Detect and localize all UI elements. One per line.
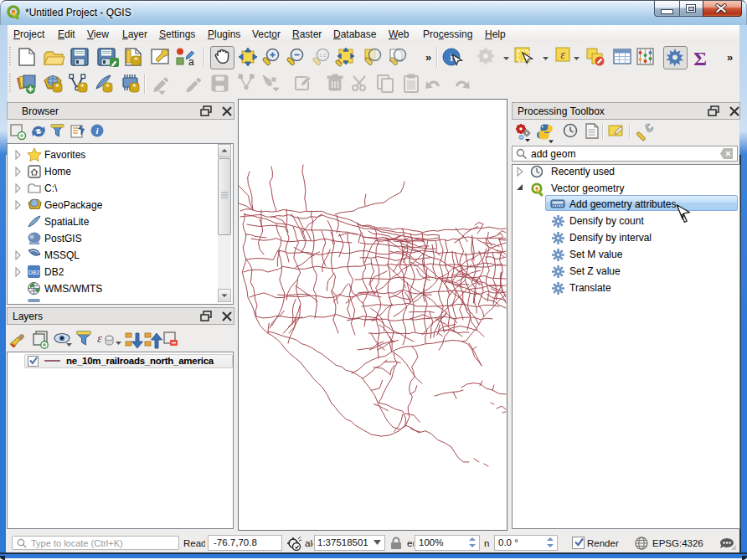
svg-text:a: a [188, 56, 194, 68]
svg-text:Σ: Σ [693, 48, 707, 69]
svg-text:MSSQL: MSSQL [44, 249, 80, 261]
svg-text:Densify by count: Densify by count [569, 215, 644, 227]
svg-text:ε: ε [97, 331, 102, 345]
svg-text:Add geometry attributes: Add geometry attributes [569, 198, 676, 210]
svg-text:Vector geometry: Vector geometry [551, 182, 624, 194]
svg-text:»: » [425, 51, 431, 64]
svg-text:ε: ε [560, 49, 565, 61]
svg-text:DB2: DB2 [28, 270, 40, 275]
svg-text:Translate: Translate [569, 282, 611, 294]
svg-text:Densify by interval: Densify by interval [569, 232, 652, 244]
svg-text:1:1: 1:1 [319, 53, 327, 58]
svg-text:C:\: C:\ [44, 182, 58, 194]
svg-text:Home: Home [44, 166, 71, 177]
svg-text:DB2: DB2 [44, 266, 64, 278]
svg-text:Recently used: Recently used [551, 166, 615, 177]
svg-text:GeoPackage: GeoPackage [44, 199, 103, 211]
svg-text:i: i [450, 51, 453, 64]
svg-text:WMS/WMTS: WMS/WMTS [44, 283, 102, 295]
svg-text:Set Z value: Set Z value [569, 265, 621, 277]
svg-text:Set M value: Set M value [569, 249, 623, 260]
svg-text:SpatiaLite: SpatiaLite [44, 216, 90, 228]
svg-text:Favorites: Favorites [44, 149, 85, 161]
svg-text:»: » [727, 51, 733, 64]
svg-text:PostGIS: PostGIS [44, 233, 82, 244]
